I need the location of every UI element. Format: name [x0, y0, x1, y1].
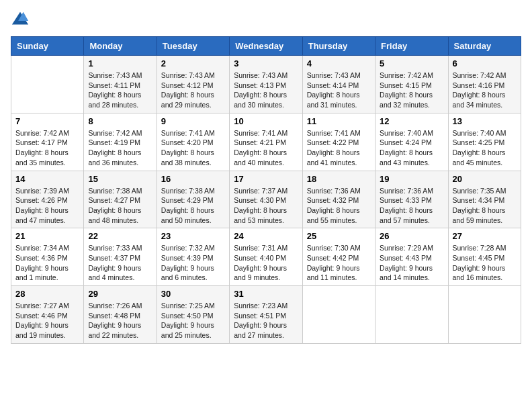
day-cell: 20Sunrise: 7:35 AMSunset: 4:34 PMDayligh…	[448, 171, 521, 228]
day-cell: 3Sunrise: 7:43 AMSunset: 4:13 PMDaylight…	[230, 56, 302, 113]
day-number: 31	[234, 289, 298, 299]
day-cell: 13Sunrise: 7:40 AMSunset: 4:25 PMDayligh…	[448, 113, 521, 171]
header-day-tuesday: Tuesday	[157, 37, 229, 56]
day-info: Sunrise: 7:34 AMSunset: 4:36 PMDaylight:…	[15, 243, 79, 283]
day-cell: 9Sunrise: 7:41 AMSunset: 4:20 PMDaylight…	[157, 113, 229, 171]
logo	[11, 11, 32, 30]
day-info: Sunrise: 7:38 AMSunset: 4:29 PMDaylight:…	[161, 186, 225, 226]
day-cell: 21Sunrise: 7:34 AMSunset: 4:36 PMDayligh…	[11, 228, 84, 286]
day-cell: 22Sunrise: 7:33 AMSunset: 4:37 PMDayligh…	[84, 228, 157, 286]
day-number: 9	[161, 116, 225, 126]
day-info: Sunrise: 7:42 AMSunset: 4:19 PMDaylight:…	[88, 128, 152, 168]
week-row-3: 21Sunrise: 7:34 AMSunset: 4:36 PMDayligh…	[11, 228, 521, 286]
day-number: 19	[380, 174, 443, 184]
day-number: 1	[88, 58, 152, 68]
day-info: Sunrise: 7:41 AMSunset: 4:21 PMDaylight:…	[234, 128, 298, 168]
header-row: SundayMondayTuesdayWednesdayThursdayFrid…	[11, 37, 521, 56]
day-cell	[375, 286, 448, 344]
day-cell	[448, 286, 521, 344]
day-number: 16	[161, 174, 225, 184]
day-number: 28	[15, 289, 79, 299]
day-info: Sunrise: 7:26 AMSunset: 4:48 PMDaylight:…	[88, 301, 152, 340]
day-number: 14	[15, 174, 79, 184]
header-day-thursday: Thursday	[302, 37, 375, 56]
day-info: Sunrise: 7:43 AMSunset: 4:14 PMDaylight:…	[307, 71, 371, 110]
day-cell: 28Sunrise: 7:27 AMSunset: 4:46 PMDayligh…	[11, 286, 84, 344]
day-cell: 26Sunrise: 7:29 AMSunset: 4:43 PMDayligh…	[375, 228, 448, 286]
day-info: Sunrise: 7:30 AMSunset: 4:42 PMDaylight:…	[307, 243, 371, 283]
day-info: Sunrise: 7:41 AMSunset: 4:20 PMDaylight:…	[161, 128, 225, 168]
day-info: Sunrise: 7:37 AMSunset: 4:30 PMDaylight:…	[234, 186, 298, 226]
day-info: Sunrise: 7:40 AMSunset: 4:24 PMDaylight:…	[380, 128, 443, 168]
day-number: 6	[453, 58, 517, 68]
day-info: Sunrise: 7:43 AMSunset: 4:12 PMDaylight:…	[161, 71, 225, 110]
day-info: Sunrise: 7:43 AMSunset: 4:11 PMDaylight:…	[88, 71, 152, 110]
day-number: 18	[307, 174, 371, 184]
day-info: Sunrise: 7:35 AMSunset: 4:34 PMDaylight:…	[453, 186, 517, 226]
day-info: Sunrise: 7:42 AMSunset: 4:16 PMDaylight:…	[453, 71, 517, 110]
day-info: Sunrise: 7:36 AMSunset: 4:33 PMDaylight:…	[380, 186, 443, 226]
day-info: Sunrise: 7:43 AMSunset: 4:13 PMDaylight:…	[234, 71, 298, 110]
day-cell: 17Sunrise: 7:37 AMSunset: 4:30 PMDayligh…	[230, 171, 302, 228]
day-number: 25	[307, 231, 371, 241]
day-number: 4	[307, 58, 371, 68]
day-number: 7	[15, 116, 79, 126]
day-cell: 30Sunrise: 7:25 AMSunset: 4:50 PMDayligh…	[157, 286, 229, 344]
day-cell: 7Sunrise: 7:42 AMSunset: 4:17 PMDaylight…	[11, 113, 84, 171]
day-info: Sunrise: 7:41 AMSunset: 4:22 PMDaylight:…	[307, 128, 371, 168]
day-number: 13	[453, 116, 517, 126]
week-row-4: 28Sunrise: 7:27 AMSunset: 4:46 PMDayligh…	[11, 286, 521, 344]
day-cell: 5Sunrise: 7:42 AMSunset: 4:15 PMDaylight…	[375, 56, 448, 113]
day-number: 5	[380, 58, 443, 68]
day-cell: 6Sunrise: 7:42 AMSunset: 4:16 PMDaylight…	[448, 56, 521, 113]
day-info: Sunrise: 7:39 AMSunset: 4:26 PMDaylight:…	[15, 186, 79, 226]
day-cell: 16Sunrise: 7:38 AMSunset: 4:29 PMDayligh…	[157, 171, 229, 228]
day-number: 20	[453, 174, 517, 184]
day-number: 8	[88, 116, 152, 126]
header	[11, 11, 521, 30]
day-number: 27	[453, 231, 517, 241]
day-cell: 12Sunrise: 7:40 AMSunset: 4:24 PMDayligh…	[375, 113, 448, 171]
week-row-0: 1Sunrise: 7:43 AMSunset: 4:11 PMDaylight…	[11, 56, 521, 113]
header-day-saturday: Saturday	[448, 37, 521, 56]
day-info: Sunrise: 7:28 AMSunset: 4:45 PMDaylight:…	[453, 243, 517, 283]
day-number: 23	[161, 231, 225, 241]
day-info: Sunrise: 7:36 AMSunset: 4:32 PMDaylight:…	[307, 186, 371, 226]
week-row-1: 7Sunrise: 7:42 AMSunset: 4:17 PMDaylight…	[11, 113, 521, 171]
day-info: Sunrise: 7:42 AMSunset: 4:15 PMDaylight:…	[380, 71, 443, 110]
day-cell: 18Sunrise: 7:36 AMSunset: 4:32 PMDayligh…	[302, 171, 375, 228]
header-day-monday: Monday	[84, 37, 157, 56]
day-number: 10	[234, 116, 298, 126]
day-info: Sunrise: 7:25 AMSunset: 4:50 PMDaylight:…	[161, 301, 225, 340]
day-number: 22	[88, 231, 152, 241]
day-cell	[302, 286, 375, 344]
day-info: Sunrise: 7:40 AMSunset: 4:25 PMDaylight:…	[453, 128, 517, 168]
day-cell: 2Sunrise: 7:43 AMSunset: 4:12 PMDaylight…	[157, 56, 229, 113]
day-cell: 8Sunrise: 7:42 AMSunset: 4:19 PMDaylight…	[84, 113, 157, 171]
day-cell	[11, 56, 84, 113]
day-info: Sunrise: 7:31 AMSunset: 4:40 PMDaylight:…	[234, 243, 298, 283]
day-cell: 23Sunrise: 7:32 AMSunset: 4:39 PMDayligh…	[157, 228, 229, 286]
day-info: Sunrise: 7:33 AMSunset: 4:37 PMDaylight:…	[88, 243, 152, 283]
day-cell: 25Sunrise: 7:30 AMSunset: 4:42 PMDayligh…	[302, 228, 375, 286]
calendar-table: SundayMondayTuesdayWednesdayThursdayFrid…	[11, 36, 521, 344]
day-cell: 11Sunrise: 7:41 AMSunset: 4:22 PMDayligh…	[302, 113, 375, 171]
day-cell: 15Sunrise: 7:38 AMSunset: 4:27 PMDayligh…	[84, 171, 157, 228]
day-number: 21	[15, 231, 79, 241]
header-day-wednesday: Wednesday	[230, 37, 302, 56]
logo-icon	[11, 11, 30, 30]
week-row-2: 14Sunrise: 7:39 AMSunset: 4:26 PMDayligh…	[11, 171, 521, 228]
day-number: 15	[88, 174, 152, 184]
day-cell: 24Sunrise: 7:31 AMSunset: 4:40 PMDayligh…	[230, 228, 302, 286]
day-number: 12	[380, 116, 443, 126]
day-cell: 19Sunrise: 7:36 AMSunset: 4:33 PMDayligh…	[375, 171, 448, 228]
day-number: 24	[234, 231, 298, 241]
day-info: Sunrise: 7:29 AMSunset: 4:43 PMDaylight:…	[380, 243, 443, 283]
day-cell: 14Sunrise: 7:39 AMSunset: 4:26 PMDayligh…	[11, 171, 84, 228]
day-cell: 4Sunrise: 7:43 AMSunset: 4:14 PMDaylight…	[302, 56, 375, 113]
day-number: 29	[88, 289, 152, 299]
day-number: 2	[161, 58, 225, 68]
day-info: Sunrise: 7:32 AMSunset: 4:39 PMDaylight:…	[161, 243, 225, 283]
day-cell: 29Sunrise: 7:26 AMSunset: 4:48 PMDayligh…	[84, 286, 157, 344]
day-number: 30	[161, 289, 225, 299]
